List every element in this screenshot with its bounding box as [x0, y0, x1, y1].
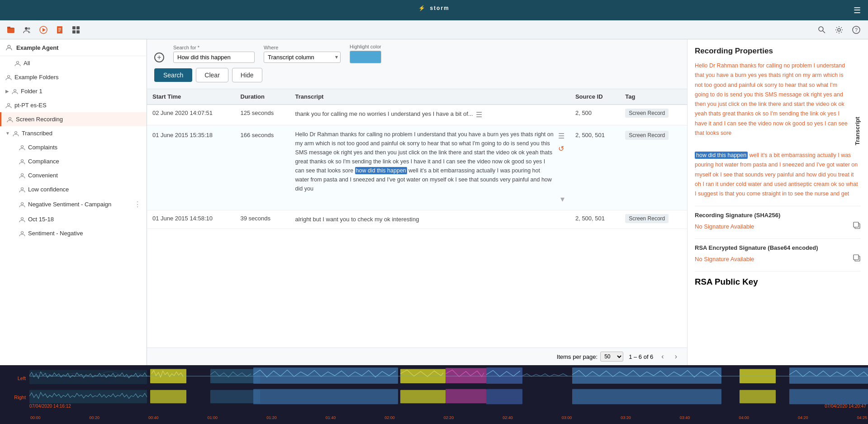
- svg-rect-55: [486, 389, 522, 405]
- transcript-action-icon1[interactable]: ☰: [558, 131, 564, 142]
- transcript-action-icon2[interactable]: ↺: [558, 143, 564, 154]
- svg-point-27: [21, 159, 24, 162]
- svg-point-29: [21, 187, 24, 190]
- search-for-input[interactable]: [173, 52, 255, 63]
- arrow-icon-transcribed: ▼: [5, 131, 10, 136]
- cell-source-id: 2, 500: [570, 105, 620, 125]
- settings-toolbar-icon[interactable]: [833, 24, 845, 36]
- folder-toolbar-icon[interactable]: [5, 24, 17, 36]
- main-layout: Example Agent All Example Folders ▶ Fold…: [0, 39, 868, 365]
- next-page-button[interactable]: ›: [672, 352, 680, 362]
- divider3: [695, 271, 861, 272]
- svg-rect-50: [150, 390, 186, 403]
- items-per-page-label: Items per page:: [557, 353, 598, 360]
- hide-button[interactable]: Hide: [232, 68, 262, 82]
- grid-toolbar-icon[interactable]: [70, 24, 82, 36]
- right-panel-title: Recording Properties: [695, 47, 861, 56]
- col-duration: Duration: [235, 89, 290, 105]
- svg-rect-10: [72, 26, 76, 29]
- svg-rect-34: [854, 222, 859, 227]
- transcript-expanded-content: Hello Dr Rahman thanks for calling no pr…: [295, 130, 564, 193]
- document-toolbar-icon[interactable]: [53, 24, 66, 36]
- svg-rect-1: [7, 27, 10, 29]
- sidebar-item-sentiment-negative[interactable]: Sentiment - Negative: [14, 226, 147, 240]
- add-search-button[interactable]: +: [154, 52, 164, 62]
- rsa-key-section: RSA Public Key: [695, 277, 861, 287]
- transcript-body: Hello Dr Rahman thanks for calling no pr…: [295, 130, 555, 193]
- timestamp-left: 07/04/2020 14:16:12: [29, 404, 71, 409]
- rsa-key-label: RSA Public Key: [695, 277, 861, 287]
- sidebar-item-example-folders[interactable]: Example Folders: [0, 70, 147, 84]
- sidebar-item-low-confidence[interactable]: Low confidence: [14, 182, 147, 196]
- svg-rect-12: [72, 30, 76, 33]
- sha-copy-icon[interactable]: [853, 221, 861, 231]
- svg-rect-56: [572, 389, 721, 405]
- rsa-copy-icon[interactable]: [853, 254, 861, 264]
- sidebar-item-transcribed[interactable]: ▼ Transcribed: [0, 126, 147, 140]
- sidebar-item-screen-recording[interactable]: Screen Recording: [0, 112, 147, 126]
- sidebar-item-folder1[interactable]: ▶ Folder 1: [0, 84, 147, 98]
- more-options-icon[interactable]: ⋮: [134, 200, 141, 209]
- sha-signature-row: No Signature Available: [695, 221, 861, 231]
- agent-label: Example Agent: [16, 44, 58, 51]
- svg-rect-11: [76, 26, 80, 29]
- cell-duration: 125 seconds: [235, 105, 290, 125]
- time-label-1: 00:20: [90, 415, 100, 420]
- time-label-3: 01:00: [208, 415, 218, 420]
- transcript-icons: ☰ ↺: [558, 130, 564, 193]
- highlight-color-picker[interactable]: [350, 51, 381, 63]
- time-label-14: 04:25: [857, 415, 867, 420]
- cell-start-time3: 01 June 2015 14:58:10: [147, 210, 235, 229]
- clear-button[interactable]: Clear: [196, 68, 228, 82]
- sidebar-item-compliance[interactable]: Compliance: [14, 154, 147, 168]
- svg-point-26: [21, 145, 24, 148]
- sidebar-item-convenient[interactable]: Convenient: [14, 168, 147, 182]
- transcript-expand-icon[interactable]: ☰: [476, 110, 482, 120]
- where-select[interactable]: Transcript column: [264, 52, 341, 63]
- col-source-id: Source ID: [570, 89, 620, 105]
- sidebar-item-complaints[interactable]: Complaints: [14, 140, 147, 154]
- cell-transcript: thank you for calling me no worries I un…: [290, 105, 570, 125]
- app-logo: ⚡ storm: [418, 5, 449, 16]
- help-toolbar-icon[interactable]: ?: [850, 24, 863, 36]
- highlight-color-label: Highlight color: [350, 44, 381, 49]
- sidebar-item-all[interactable]: All: [0, 56, 147, 70]
- table-row[interactable]: 01 June 2015 14:58:10 39 seconds alright…: [147, 210, 687, 229]
- sidebar-item-ptpt[interactable]: pt-PT es-ES: [0, 98, 147, 112]
- tag-badge: Screen Record: [625, 109, 669, 118]
- prev-page-button[interactable]: ‹: [659, 352, 666, 362]
- sidebar-label-screen-recording: Screen Recording: [16, 116, 63, 123]
- waveform-canvas[interactable]: [29, 365, 868, 410]
- sidebar-item-negative-sentiment[interactable]: Negative Sentiment - Campaign ⋮: [14, 196, 147, 212]
- sidebar-item-oct[interactable]: Oct 15-18: [14, 212, 147, 226]
- sidebar-label-compliance: Compliance: [28, 158, 59, 165]
- hamburger-icon[interactable]: ☰: [854, 5, 861, 15]
- play-toolbar-icon[interactable]: [37, 24, 50, 36]
- search-toolbar-icon[interactable]: [816, 24, 828, 36]
- rsa-signature-value: No Signature Available: [695, 256, 754, 262]
- sidebar-header: Example Agent: [0, 39, 147, 56]
- right-panel-content: Hello Dr Rahman thanks for calling no pr…: [695, 61, 861, 145]
- time-label-13: 04:20: [798, 415, 808, 420]
- svg-point-30: [21, 202, 24, 205]
- svg-marker-5: [43, 28, 46, 32]
- search-button[interactable]: Search: [154, 68, 192, 82]
- people-toolbar-icon[interactable]: [21, 24, 33, 36]
- transcript-text-row1: thank you for calling me no worries I un…: [295, 110, 564, 120]
- svg-point-24: [9, 117, 11, 119]
- scroll-indicator-row[interactable]: ▾: [295, 193, 564, 205]
- header-right-icons: ☰: [854, 5, 861, 15]
- table-row[interactable]: 02 June 2020 14:07:51 125 seconds thank …: [147, 105, 687, 125]
- cell-tag: Screen Record: [620, 105, 687, 125]
- toolbar-right: ?: [816, 24, 863, 36]
- transcript-text-right2: how did this happen well it's a bit emba…: [695, 151, 861, 199]
- svg-rect-36: [854, 255, 859, 260]
- items-per-page-select[interactable]: 50 25 100: [600, 352, 623, 362]
- svg-point-14: [819, 27, 823, 31]
- table-row[interactable]: 01 June 2015 15:35:18 166 seconds Hello …: [147, 125, 687, 210]
- highlight-color-group: Highlight color: [350, 44, 381, 63]
- waveform-svg: [29, 365, 868, 410]
- sidebar-label-folder1: Folder 1: [21, 88, 43, 95]
- sidebar-label-transcribed: Transcribed: [22, 130, 52, 137]
- where-group: Where Transcript column: [264, 45, 341, 63]
